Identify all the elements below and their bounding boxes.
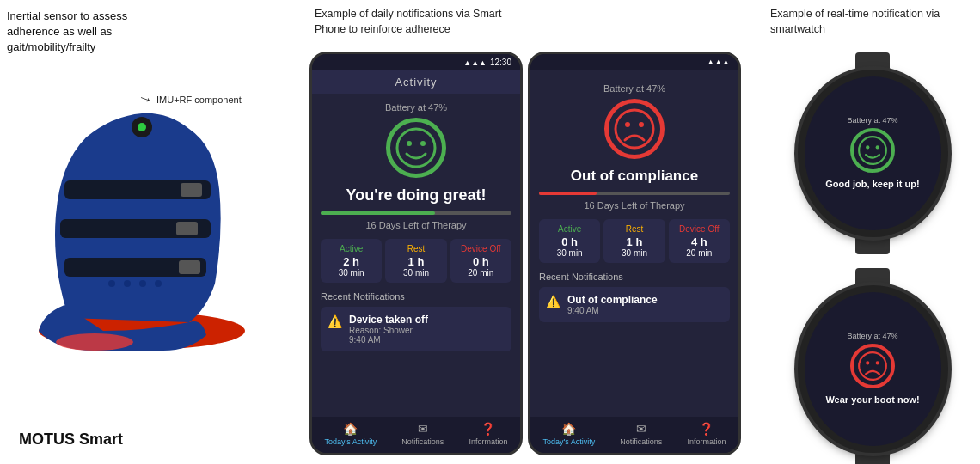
watch2-wrapper: Battery at 47% Wear your boot now! — [798, 268, 948, 464]
phone2-status-bar: ▲▲▲ — [530, 54, 738, 70]
phone1-nav-activity[interactable]: 🏠 Today's Activity — [325, 422, 377, 446]
phone2-frame: ▲▲▲ Battery at 47% Out of compliance 16 … — [528, 52, 741, 455]
watches-col: Battery at 47% Good job, keep it up! Bat… — [765, 44, 980, 464]
phone1-stat-devoff-label: Device Off — [454, 244, 508, 253]
phone2-stat-rest: Rest 1 h 30 min — [603, 219, 665, 263]
phone2-progress-bar — [539, 192, 730, 195]
boot-svg — [17, 77, 266, 361]
phone2-caption — [529, 0, 765, 52]
phone2-battery: Battery at 47% — [603, 83, 665, 94]
phone2-progress-fill — [539, 192, 597, 195]
home-icon: 🏠 — [343, 422, 358, 436]
phone1-stat-active-label: Active — [324, 244, 378, 253]
phone2-info-icon: ❓ — [699, 422, 714, 436]
phone2-stat-rest-value: 1 h — [607, 235, 661, 248]
svg-point-20 — [859, 137, 886, 165]
phone1-nav-notifications[interactable]: ✉ Notifications — [401, 422, 444, 446]
phone2-warning-icon: ⚠️ — [546, 295, 560, 308]
phone1-days-left: 16 Days Left of Therapy — [365, 220, 466, 230]
phone1-notif-title: Device taken off — [349, 314, 428, 326]
svg-point-23 — [859, 353, 886, 381]
phone2-nav-info-label: Information — [687, 437, 726, 446]
svg-point-10 — [124, 280, 131, 287]
svg-point-21 — [866, 146, 869, 150]
phone1-stat-rest-unit: 30 min — [389, 268, 443, 278]
phone2-nav-activity-label: Today's Activity — [543, 437, 596, 446]
phone1-stat-active: Active 2 h 30 min — [321, 239, 382, 283]
phone2-notif-text: Out of compliance 9:40 AM — [567, 294, 658, 315]
watch1-band-bottom — [855, 235, 890, 254]
phone1-notif-sub: Reason: Shower — [349, 326, 428, 335]
phone1-nav-notifications-label: Notifications — [401, 437, 444, 446]
svg-point-22 — [876, 146, 879, 150]
bell-icon: ✉ — [418, 422, 428, 436]
phone1-progress-bar — [321, 211, 511, 215]
svg-point-12 — [155, 280, 162, 287]
phone1-frame: ▲▲▲ 12:30 Activity Battery at 47% You're… — [309, 52, 523, 455]
phone2-days-left: 16 Days Left of Therapy — [584, 200, 684, 211]
svg-point-17 — [616, 110, 653, 148]
svg-point-19 — [639, 122, 644, 127]
signal-icon: ▲▲▲ — [463, 58, 487, 67]
motus-label: MOTUS Smart — [19, 430, 123, 449]
watch1-wrapper: Battery at 47% Good job, keep it up! — [798, 52, 948, 254]
right-caption: Example of real-time notification via sm… — [765, 0, 980, 44]
watch2-smiley — [850, 344, 895, 388]
phone1-notif-item: ⚠️ Device taken off Reason: Shower 9:40 … — [321, 307, 511, 351]
phone1-notif-time: 9:40 AM — [349, 335, 428, 345]
info-icon: ❓ — [481, 422, 495, 436]
watch1-smiley — [850, 128, 895, 173]
phone2-stat-devoff-value: 4 h — [672, 235, 726, 248]
phone1-caption: Example of daily notifications via Smart… — [309, 0, 529, 52]
phone1-header: Activity — [312, 70, 520, 94]
phone1-stat-rest-label: Rest — [389, 244, 443, 253]
phone1-smiley — [386, 118, 446, 178]
phone2-notif-time: 9:40 AM — [567, 306, 658, 315]
phone1-stats-row: Active 2 h 30 min Rest 1 h 30 min Device… — [321, 239, 511, 283]
svg-rect-6 — [179, 260, 200, 274]
watch1-message: Good job, keep it up! — [825, 178, 919, 190]
svg-point-9 — [108, 280, 115, 287]
watch2-band-top — [855, 268, 890, 287]
phone2-nav: 🏠 Today's Activity ✉ Notifications ❓ Inf… — [530, 417, 738, 453]
phone1-stat-rest-value: 1 h — [389, 255, 443, 268]
phone2-stat-active-value: 0 h — [542, 235, 597, 248]
phone2-nav-activity[interactable]: 🏠 Today's Activity — [543, 422, 596, 446]
phone1-nav: 🏠 Today's Activity ✉ Notifications ❓ Inf… — [312, 417, 520, 453]
phone1-nav-info-label: Information — [469, 437, 507, 446]
phone2-smiley — [604, 99, 665, 159]
phone2-stat-devoff-label: Device Off — [672, 224, 726, 234]
warning-icon: ⚠️ — [328, 314, 342, 328]
phone1-progress-fill — [321, 211, 435, 215]
left-caption: Inertial sensor to assess adherence as w… — [7, 9, 179, 56]
svg-rect-4 — [181, 183, 202, 197]
svg-point-8 — [138, 123, 146, 131]
svg-point-15 — [407, 141, 412, 146]
watch1-battery: Battery at 47% — [847, 116, 897, 125]
phone1-nav-info[interactable]: ❓ Information — [469, 422, 507, 446]
phone2-stats-row: Active 0 h 30 min Rest 1 h 30 min Device… — [539, 219, 730, 263]
phone1-stat-active-unit: 30 min — [324, 268, 378, 278]
right-section: Example of real-time notification via sm… — [765, 0, 980, 464]
phone2-nav-notifications[interactable]: ✉ Notifications — [620, 422, 662, 446]
phone2-signal-icon: ▲▲▲ — [707, 58, 730, 66]
phone1-nav-activity-label: Today's Activity — [325, 437, 377, 446]
svg-rect-5 — [176, 222, 198, 235]
phone1-battery: Battery at 47% — [385, 102, 447, 113]
phone2-stat-devoff-unit: 20 min — [672, 248, 726, 258]
phone1-notif-text: Device taken off Reason: Shower 9:40 AM — [349, 314, 428, 345]
phone2-stat-active-label: Active — [542, 224, 597, 234]
watch2-battery: Battery at 47% — [847, 332, 897, 340]
phone2-nav-info[interactable]: ❓ Information — [687, 422, 726, 446]
phone1-message: You're doing great! — [346, 186, 487, 205]
watch2-smiley-svg — [857, 351, 888, 382]
phone1-stat-devoff-unit: 20 min — [454, 268, 508, 278]
svg-point-16 — [420, 141, 426, 146]
watch2-frame: Battery at 47% Wear your boot now! — [798, 285, 948, 453]
phone2-nav-notifications-label: Notifications — [620, 437, 662, 446]
watch1-frame: Battery at 47% Good job, keep it up! — [798, 70, 948, 237]
red-smiley-svg — [613, 107, 656, 150]
phone1-stat-devoff-value: 0 h — [454, 255, 508, 268]
svg-point-13 — [56, 333, 133, 351]
phone1-stat-active-value: 2 h — [324, 255, 378, 268]
